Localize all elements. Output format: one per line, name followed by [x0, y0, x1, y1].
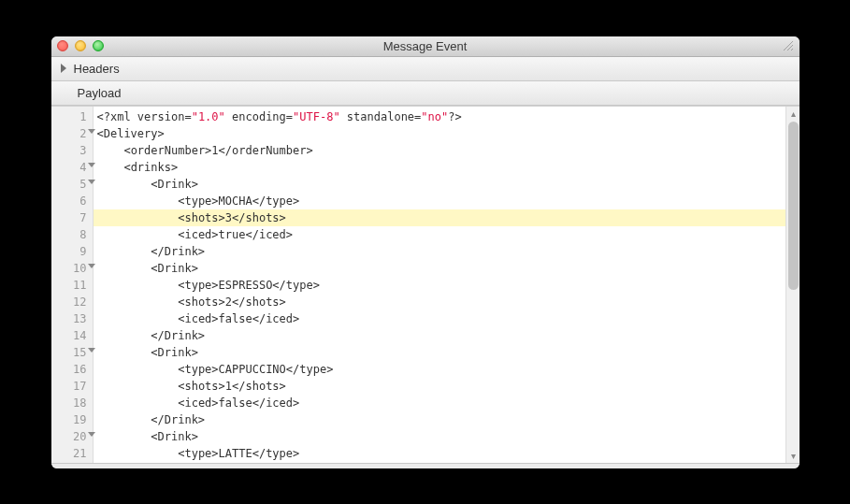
scroll-up-icon[interactable]: ▴ [786, 107, 800, 121]
code-line[interactable]: <type>MOCHA</type> [94, 193, 785, 209]
gutter-line: 2 [51, 125, 93, 142]
gutter-line: 13 [51, 310, 93, 327]
gutter-line: 10 [51, 260, 93, 277]
code-line[interactable]: <type>ESPRESSO</type> [94, 277, 785, 294]
code-line[interactable]: <iced>true</iced> [94, 226, 785, 243]
code-line[interactable]: <type>LATTE</type> [94, 445, 785, 462]
code-line[interactable]: <Drink> [94, 428, 785, 445]
resize-icon[interactable] [783, 40, 794, 51]
fold-icon[interactable] [88, 432, 95, 437]
gutter-line: 18 [51, 395, 93, 411]
code-line[interactable]: </Drink> [94, 411, 785, 428]
gutter-line: 21 [51, 445, 93, 462]
code-line[interactable]: <Drink> [94, 344, 785, 361]
close-icon[interactable] [57, 40, 68, 51]
gutter-line: 17 [51, 378, 93, 395]
gutter-line: 19 [51, 411, 93, 428]
gutter-line: 12 [51, 294, 93, 310]
gutter-line: 8 [51, 226, 93, 243]
headers-label: Headers [74, 62, 120, 76]
editor: 123456789101112131415161718192021 <?xml … [51, 106, 800, 463]
fold-icon[interactable] [88, 348, 95, 353]
gutter-line: 6 [51, 193, 93, 209]
code-line[interactable]: </Drink> [94, 243, 785, 260]
gutter-line: 9 [51, 243, 93, 260]
code-line[interactable]: <Delivery> [94, 125, 785, 142]
editor-inner: 123456789101112131415161718192021 <?xml … [51, 106, 800, 463]
titlebar[interactable]: Message Event [51, 36, 800, 57]
gutter-line: 20 [51, 428, 93, 445]
code-line[interactable]: <drinks> [94, 159, 785, 176]
payload-section[interactable]: Payload [51, 81, 800, 106]
fold-icon[interactable] [88, 163, 95, 167]
zoom-icon[interactable] [93, 40, 104, 51]
window-title: Message Event [51, 39, 800, 53]
gutter-line: 3 [51, 142, 93, 159]
scroll-down-icon[interactable]: ▾ [786, 449, 800, 463]
code-line[interactable]: <shots>1</shots> [94, 378, 785, 395]
gutter-line: 11 [51, 277, 93, 294]
code-line[interactable]: <orderNumber>1</orderNumber> [94, 142, 785, 159]
vertical-scrollbar[interactable]: ▴ ▾ [785, 107, 800, 463]
fold-icon[interactable] [88, 129, 95, 134]
code-line[interactable]: <Drink> [94, 260, 785, 277]
code-line[interactable]: <Drink> [94, 176, 785, 193]
fold-icon[interactable] [88, 180, 95, 184]
footer [51, 463, 800, 468]
scroll-thumb[interactable] [788, 122, 799, 290]
gutter: 123456789101112131415161718192021 [51, 107, 94, 463]
gutter-line: 14 [51, 327, 93, 344]
traffic-lights [57, 40, 104, 51]
fold-icon[interactable] [88, 264, 95, 268]
code-line[interactable]: </Drink> [94, 327, 785, 344]
minimize-icon[interactable] [75, 40, 86, 51]
window: Message Event Headers Payload 1234567891… [51, 36, 800, 468]
code-line[interactable]: <shots>3</shots> [94, 209, 785, 226]
gutter-line: 16 [51, 361, 93, 378]
code-line[interactable]: <iced>false</iced> [94, 395, 785, 411]
gutter-line: 7 [51, 209, 93, 226]
gutter-line: 15 [51, 344, 93, 361]
code-line[interactable]: <type>CAPPUCCINO</type> [94, 361, 785, 378]
code-line[interactable]: <iced>false</iced> [94, 310, 785, 327]
gutter-line: 4 [51, 159, 93, 176]
code-line[interactable]: <?xml version="1.0" encoding="UTF-8" sta… [94, 108, 785, 125]
gutter-line: 5 [51, 176, 93, 193]
disclosure-triangle-icon [61, 64, 66, 73]
code-line[interactable]: <shots>2</shots> [94, 294, 785, 310]
headers-section[interactable]: Headers [51, 57, 800, 81]
code-area[interactable]: <?xml version="1.0" encoding="UTF-8" sta… [94, 107, 785, 463]
gutter-line: 1 [51, 108, 93, 125]
payload-label: Payload [78, 86, 122, 100]
